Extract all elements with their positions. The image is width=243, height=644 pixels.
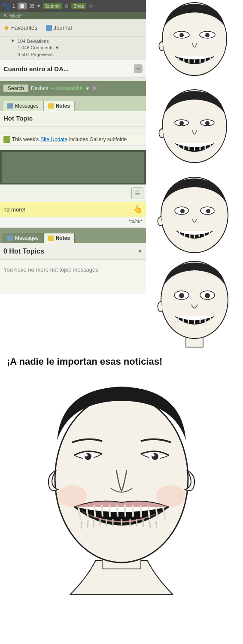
click-group: 👆 [133, 205, 143, 214]
pageviews-stat: 3,507 Pageviews [18, 51, 60, 58]
empty-message-text: You have no more hot topic messages [3, 266, 98, 273]
nav-icon-1: 🐾 [3, 3, 10, 9]
spacer-3 [0, 146, 146, 150]
notes-tab-label-2: Notes [56, 235, 70, 241]
svg-point-28 [152, 454, 155, 457]
caption-section: ¡A nadie le importan esas noticias! [0, 348, 243, 376]
messages-tab-1[interactable]: Messages [3, 101, 43, 111]
cursor-hand-icon: 👆 [133, 205, 143, 214]
svg-point-13 [180, 209, 185, 213]
username-link[interactable]: ~invasordib [54, 85, 83, 91]
stats-text: 104 Deviations 1,048 Comments ▼ 3,507 Pa… [18, 38, 60, 58]
messages-tab-label-2: Messages [15, 235, 39, 241]
stats-bar: ▼ 104 Deviations 1,048 Comments ▼ 3,507 … [0, 36, 146, 60]
count-2: 39 [29, 3, 34, 9]
svg-point-24 [85, 453, 91, 460]
svg-point-4 [205, 33, 210, 37]
hot-topics-count: 0 Hot Topics [3, 248, 44, 255]
expand-arrow: ▼ [10, 38, 15, 43]
search-button[interactable]: Search [3, 85, 28, 92]
journal-icon [46, 25, 52, 31]
notes-tab-1[interactable]: Notes [43, 101, 75, 111]
click-label-1: *click* [9, 13, 22, 18]
tab-bar-2: Messages Notes [0, 228, 146, 243]
update-prefix: This week's [12, 136, 39, 142]
caption-text: ¡A nadie le importan esas noticias! [7, 356, 236, 367]
hot-topic-title: Hot Topic [0, 111, 146, 127]
click-bar: *click* [0, 217, 146, 228]
svg-point-3 [179, 33, 184, 37]
svg-point-30 [156, 485, 186, 507]
da-ui-column: 🐾 1 📋 39 ♥ Submit ⚙ Shop ⚙ ↖ *click* ★ F… [0, 0, 146, 348]
large-face-section [0, 376, 243, 599]
meme-face-2 [146, 87, 243, 174]
journal-button[interactable]: Journal [46, 24, 72, 31]
expand-arrow-icon: ▼ [137, 248, 143, 254]
title-area: Cuando entro al DA... ✏ [0, 60, 146, 78]
click-row-1: ↖ *click* [0, 12, 146, 19]
click-label-2: *click* [128, 218, 143, 226]
svg-point-9 [205, 121, 210, 125]
notes-tab-label-1: Notes [56, 103, 70, 109]
yao-ming-face-2 [152, 88, 237, 173]
notes-icon-1 [48, 103, 54, 109]
cursor-icon-1: ↖ [3, 13, 7, 18]
svg-point-27 [152, 453, 158, 460]
comments-stat: 1,048 Comments ▼ [18, 45, 60, 51]
svg-point-20 [205, 293, 210, 298]
yao-ming-face-4 [152, 261, 237, 348]
heart-icon: ♥ [37, 3, 40, 9]
favourites-label: Favourites [11, 24, 37, 31]
spacer-2 [0, 127, 146, 133]
panel-segment-2: Search Deviant ~~invasordib ♥ 1 Messages… [0, 81, 146, 150]
meme-face-3 [146, 174, 243, 261]
site-update-link[interactable]: Site Update [40, 136, 67, 142]
meme-faces-column [146, 0, 243, 348]
svg-point-8 [179, 121, 184, 125]
svg-point-25 [85, 454, 88, 457]
journal-label: Journal [54, 24, 72, 31]
messages-icon-1 [7, 103, 13, 109]
dark-panel-inner [2, 152, 144, 183]
fav-journal-bar: ★ Favourites Journal [0, 19, 146, 36]
messages-tab-2[interactable]: Messages [3, 233, 43, 243]
svg-point-29 [57, 485, 87, 507]
note-badge: 1 [92, 85, 97, 91]
deviations-stat: 104 Deviations [18, 38, 60, 45]
notes-icon-2 [48, 236, 54, 241]
yao-ming-face-1 [152, 0, 237, 86]
scroll-icon[interactable]: ☰ [131, 187, 143, 199]
count-1: 1 [12, 3, 15, 9]
edit-button[interactable]: ✏ [134, 64, 143, 73]
messages-tab-label-1: Messages [15, 103, 39, 109]
site-update-bar: This week's Site Update includes Gallery… [0, 133, 146, 146]
nav-icon-2: 📋 [18, 3, 27, 9]
dark-panel [0, 150, 146, 184]
notes-tab-2[interactable]: Notes [43, 233, 75, 243]
meme-face-4 [146, 261, 243, 348]
content-area: ☰ [0, 184, 146, 202]
page-title: Cuando entro al DA... [3, 65, 69, 73]
shop-button[interactable]: Shop [71, 3, 87, 9]
star-icon: ★ [3, 24, 9, 32]
meme-face-1 [146, 0, 243, 87]
update-icon [3, 136, 10, 143]
empty-message-area: You have no more hot topic messages [0, 260, 146, 294]
meme-panels: 🐾 1 📋 39 ♥ Submit ⚙ Shop ⚙ ↖ *click* ★ F… [0, 0, 243, 348]
tab-bar-1: Messages Notes [0, 96, 146, 111]
yao-ming-large-face [36, 380, 207, 595]
submit-button[interactable]: Submit [43, 3, 62, 9]
svg-point-22 [55, 395, 188, 562]
find-more-bar: nd more! 👆 [0, 202, 146, 217]
deviant-label: Deviant ~~invasordib ♥ 1 [31, 85, 97, 91]
favourites-button[interactable]: ★ Favourites [3, 24, 37, 32]
find-more-text: nd more! [3, 206, 25, 213]
search-area: Search Deviant ~~invasordib ♥ 1 [0, 81, 146, 96]
messages-icon-2 [7, 236, 13, 241]
update-suffix: includes Gallery subfolde [69, 136, 127, 142]
panel-segment-1: 🐾 1 📋 39 ♥ Submit ⚙ Shop ⚙ ↖ *click* ★ F… [0, 0, 146, 81]
svg-point-14 [206, 209, 210, 213]
hot-topics-0-title: 0 Hot Topics ▼ [0, 243, 146, 260]
comments-arrow: ▼ [55, 45, 60, 50]
svg-point-19 [179, 293, 184, 298]
